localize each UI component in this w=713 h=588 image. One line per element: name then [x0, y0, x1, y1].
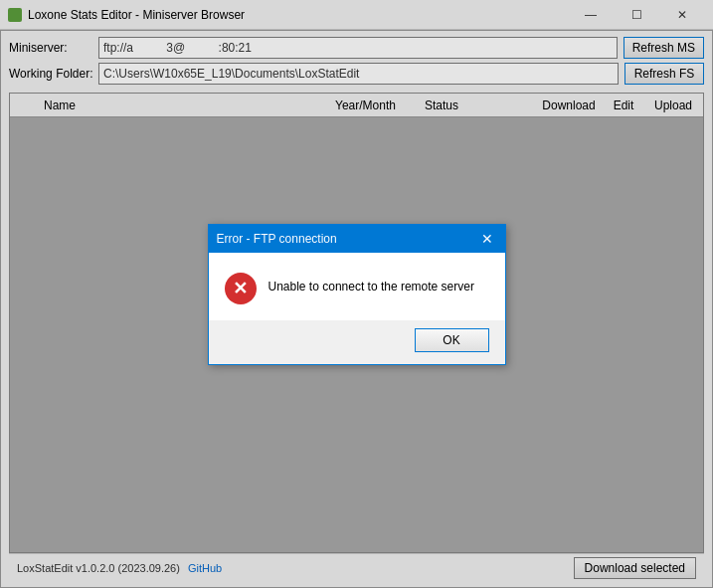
- modal-overlay: Error - FTP connection ✕ ✕ Unable to con…: [0, 0, 713, 588]
- error-icon: ✕: [225, 273, 257, 304]
- dialog-message: Unable to connect to the remote server: [268, 273, 474, 295]
- dialog-body: ✕ Unable to connect to the remote server: [209, 253, 505, 320]
- error-dialog: Error - FTP connection ✕ ✕ Unable to con…: [208, 224, 506, 365]
- dialog-title: Error - FTP connection: [217, 232, 337, 246]
- dialog-footer: OK: [209, 320, 505, 364]
- dialog-ok-button[interactable]: OK: [415, 328, 489, 352]
- dialog-title-bar: Error - FTP connection ✕: [209, 225, 505, 253]
- dialog-close-button[interactable]: ✕: [477, 229, 497, 249]
